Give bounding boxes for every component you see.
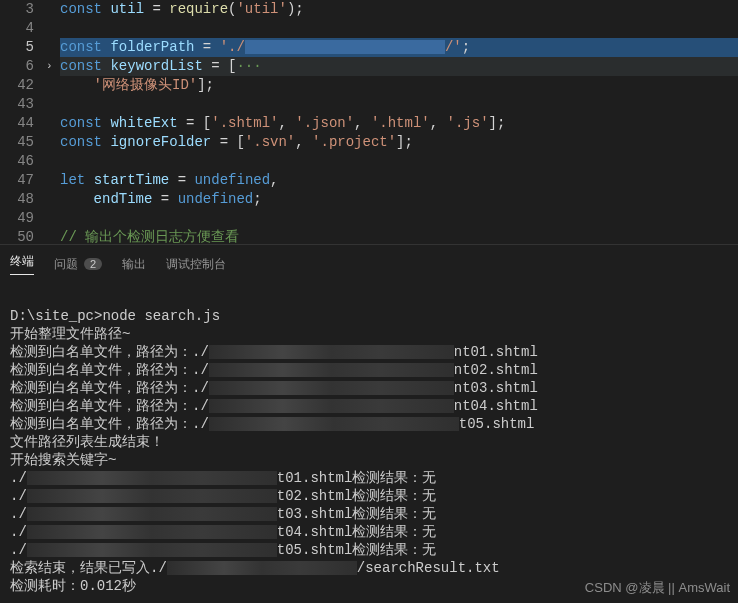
code-line: const folderPath = './/'; [60, 38, 738, 57]
problems-badge: 2 [84, 258, 102, 270]
code-editor[interactable]: 3 4 5 6 42 43 44 45 46 47 48 49 50 › con… [0, 0, 738, 244]
code-line: '网络摄像头ID']; [60, 76, 738, 95]
code-line: const whiteExt = ['.shtml', '.json', '.h… [60, 114, 738, 133]
tab-debug-console[interactable]: 调试控制台 [166, 253, 226, 275]
fold-chevron-icon[interactable]: › [46, 57, 60, 76]
line-number-gutter: 3 4 5 6 42 43 44 45 46 47 48 49 50 [0, 0, 46, 244]
terminal-line: 检测到白名单文件，路径为：./t05.shtml [10, 415, 728, 433]
tab-problems[interactable]: 问题2 [54, 253, 102, 275]
fold-column: › [46, 0, 60, 244]
redacted [209, 417, 459, 431]
terminal-line: ./t03.shtml检测结果： 无 [10, 505, 728, 523]
redacted [27, 489, 277, 503]
redacted [27, 507, 277, 521]
code-line: // 输出个检测日志方便查看 [60, 228, 738, 244]
redacted [209, 363, 454, 377]
panel-tabs: 终端 问题2 输出 调试控制台 [0, 244, 738, 279]
redacted [27, 543, 277, 557]
tab-terminal[interactable]: 终端 [10, 253, 34, 275]
redacted [209, 399, 454, 413]
code-line: let startTime = undefined, [60, 171, 738, 190]
code-line: endTime = undefined; [60, 190, 738, 209]
terminal-line: 检测到白名单文件，路径为：./nt03.shtml [10, 379, 728, 397]
terminal-line: 开始整理文件路径~ [10, 325, 728, 343]
terminal-line: ./t05.shtml检测结果： 无 [10, 541, 728, 559]
watermark: CSDN @凌晨 || AmsWait [585, 579, 730, 597]
terminal-line: 开始搜索关键字~ [10, 451, 728, 469]
code-line: const ignoreFolder = ['.svn', '.project'… [60, 133, 738, 152]
redacted [167, 561, 357, 575]
code-line [60, 209, 738, 228]
terminal-line: ./t04.shtml检测结果： 无 [10, 523, 728, 541]
code-line: const keywordList = [··· [60, 57, 738, 76]
code-line [60, 95, 738, 114]
code-area[interactable]: const util = require('util'); const fold… [60, 0, 738, 244]
redacted [27, 471, 277, 485]
redacted [245, 40, 445, 54]
terminal-line: 检测到白名单文件，路径为：./nt01.shtml [10, 343, 728, 361]
redacted [27, 525, 277, 539]
terminal-line: 检测到白名单文件，路径为：./nt04.shtml [10, 397, 728, 415]
terminal-output[interactable]: D:\site_pc>node search.js 开始整理文件路径~ 检测到白… [0, 279, 738, 603]
terminal-line [10, 289, 728, 307]
terminal-line: 检测到白名单文件，路径为：./nt02.shtml [10, 361, 728, 379]
redacted [209, 345, 454, 359]
code-line: const util = require('util'); [60, 0, 738, 19]
redacted [209, 381, 454, 395]
terminal-line: ./t02.shtml检测结果： 无 [10, 487, 728, 505]
terminal-line: D:\site_pc>node search.js [10, 307, 728, 325]
terminal-line: 检索结束，结果已写入.//searchResult.txt [10, 559, 728, 577]
tab-output[interactable]: 输出 [122, 253, 146, 275]
terminal-line: 文件路径列表生成结束！ [10, 433, 728, 451]
code-line [60, 19, 738, 38]
code-line [60, 152, 738, 171]
terminal-line: ./t01.shtml检测结果： 无 [10, 469, 728, 487]
